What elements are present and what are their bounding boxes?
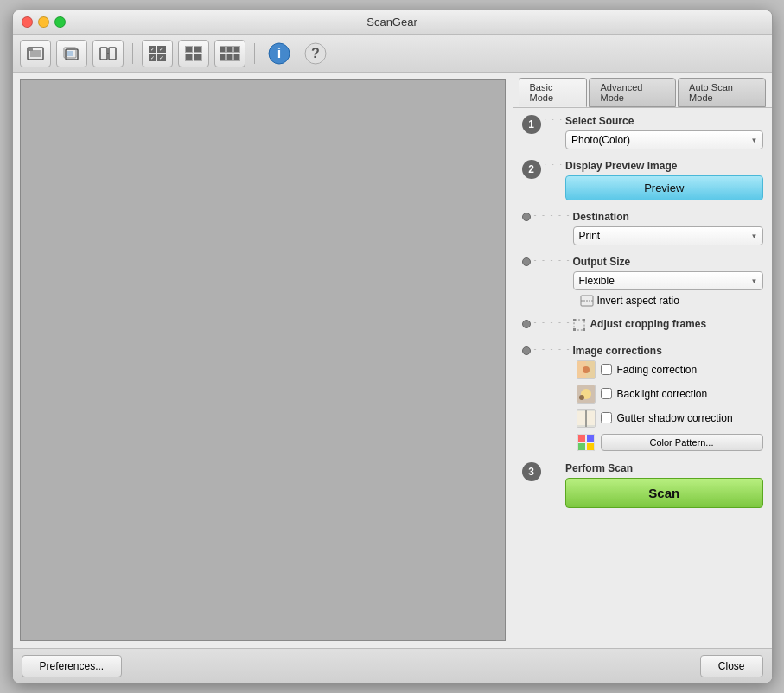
scan-button[interactable]: Scan [565, 478, 762, 508]
destination-dropdown[interactable]: Print Screen/Web Custom [573, 226, 763, 245]
info-button[interactable]: i [264, 40, 295, 67]
step1-row: 1 · · · Select Source Photo(Color) Magaz… [522, 115, 763, 149]
invert-row: Invert aspect ratio [573, 294, 763, 308]
toolbar-separator-1 [132, 43, 133, 64]
svg-rect-7 [109, 48, 116, 60]
svg-rect-6 [100, 48, 107, 60]
adjust-crop-row: - - - - - Adjust cropping frames [522, 318, 763, 334]
color-pattern-icon [577, 433, 596, 452]
svg-rect-18 [573, 328, 576, 331]
destination-content: Destination Print Screen/Web Custom [573, 211, 763, 245]
preview-button[interactable]: Preview [565, 175, 762, 200]
svg-point-22 [583, 366, 590, 373]
title-bar: ScanGear [13, 10, 772, 35]
minimize-window-button[interactable] [38, 16, 49, 28]
right-panel: Basic Mode Advanced Mode Auto Scan Mode … [513, 73, 772, 648]
scan-stitch-button[interactable] [92, 40, 124, 67]
image-corrections-bullet [522, 346, 531, 355]
step1-badge: 1 [522, 115, 541, 134]
output-size-bullet [522, 257, 531, 266]
adjust-crop-content: Adjust cropping frames [573, 318, 763, 334]
tab-auto-scan-mode[interactable]: Auto Scan Mode [678, 78, 766, 107]
step3-dots: · · · [545, 462, 564, 471]
invert-aspect-label: Invert aspect ratio [597, 295, 679, 307]
step1-label: Select Source [565, 115, 762, 127]
fading-correction-checkbox[interactable] [601, 364, 612, 375]
adjust-crop-label: Adjust cropping frames [573, 318, 763, 331]
adjust-crop-dots: - - - - - [534, 318, 571, 327]
preview-canvas [20, 79, 506, 641]
adjust-crop-bullet [522, 320, 531, 328]
image-corrections-label: Image corrections [573, 345, 763, 357]
svg-rect-31 [578, 435, 585, 442]
close-window-button[interactable] [22, 16, 33, 28]
main-window: ScanGear ✓ [12, 10, 773, 683]
scan-multiple-button[interactable] [56, 40, 87, 67]
panel-content: 1 · · · Select Source Photo(Color) Magaz… [513, 108, 772, 648]
svg-rect-19 [583, 328, 585, 331]
help-button[interactable]: ? [300, 40, 331, 67]
tab-basic-mode[interactable]: Basic Mode [519, 78, 588, 107]
invert-icon [580, 294, 594, 308]
fading-correction-label: Fading correction [617, 364, 698, 376]
destination-dots: - - - - - [534, 211, 571, 219]
gutter-shadow-correction-label: Gutter shadow correction [617, 412, 733, 424]
output-size-dropdown[interactable]: Flexible A4 Letter [573, 271, 763, 290]
svg-text:i: i [277, 46, 280, 60]
bottom-bar: Preferences... Close [13, 648, 772, 683]
multi-grid-button[interactable] [178, 40, 209, 67]
svg-rect-17 [583, 319, 585, 321]
output-size-row: - - - - - Output Size Flexible A4 Letter [522, 256, 763, 308]
step3-badge: 3 [522, 462, 541, 481]
step3-label: Perform Scan [565, 462, 762, 474]
step2-row: 2 · · · Display Preview Image Preview [522, 160, 763, 200]
svg-rect-32 [587, 435, 594, 442]
gutter-shadow-correction-row: Gutter shadow correction [573, 409, 763, 428]
image-corrections-content: Image corrections Fadin [573, 345, 763, 452]
backlight-correction-checkbox[interactable] [601, 388, 612, 399]
step3-row: 3 · · · Perform Scan Scan [522, 462, 763, 508]
step2-badge: 2 [522, 160, 541, 179]
destination-label: Destination [573, 211, 763, 223]
svg-rect-29 [587, 411, 595, 425]
step1-dots: · · · [545, 115, 564, 124]
color-pattern-row: Color Pattern... [573, 433, 763, 452]
color-pattern-button[interactable]: Color Pattern... [601, 434, 763, 451]
select-source-dropdown[interactable]: Photo(Color) Magazine Newspaper Document [565, 130, 762, 149]
step2-dots: · · · [545, 160, 564, 168]
svg-rect-16 [573, 319, 576, 321]
image-corrections-row: - - - - - Image corrections [522, 345, 763, 452]
tab-advanced-mode[interactable]: Advanced Mode [589, 78, 676, 107]
svg-point-25 [579, 395, 584, 400]
output-size-content: Output Size Flexible A4 Letter [573, 256, 763, 308]
step2-label: Display Preview Image [565, 160, 762, 172]
gutter-shadow-correction-icon [577, 409, 596, 428]
destination-wrapper: Print Screen/Web Custom [573, 226, 763, 245]
window-buttons [22, 16, 66, 28]
toolbar: ✓ ✓ ✓ ✓ [13, 35, 772, 73]
output-size-wrapper: Flexible A4 Letter [573, 271, 763, 290]
backlight-correction-icon [577, 385, 596, 404]
svg-rect-5 [67, 51, 73, 56]
svg-rect-2 [29, 48, 33, 51]
svg-text:?: ? [311, 46, 320, 60]
auto-crop-button[interactable]: ✓ ✓ ✓ ✓ [142, 40, 173, 67]
image-corrections-dots: - - - - - [534, 345, 571, 353]
svg-rect-1 [30, 50, 41, 57]
svg-rect-28 [577, 411, 585, 425]
svg-rect-27 [585, 410, 587, 427]
maximize-window-button[interactable] [54, 16, 66, 28]
destination-bullet [522, 213, 531, 221]
crop-grid-button[interactable] [214, 40, 245, 67]
gutter-shadow-correction-checkbox[interactable] [601, 412, 612, 423]
select-source-wrapper: Photo(Color) Magazine Newspaper Document [565, 130, 762, 149]
step2-content: Display Preview Image Preview [565, 160, 762, 200]
scan-photo-button[interactable] [20, 40, 51, 67]
preferences-button[interactable]: Preferences... [22, 655, 123, 677]
fading-correction-row: Fading correction [573, 360, 763, 379]
svg-rect-33 [578, 443, 585, 450]
output-size-label: Output Size [573, 256, 763, 268]
svg-rect-34 [587, 443, 594, 450]
step3-content: Perform Scan Scan [565, 462, 762, 508]
close-button[interactable]: Close [700, 655, 763, 677]
